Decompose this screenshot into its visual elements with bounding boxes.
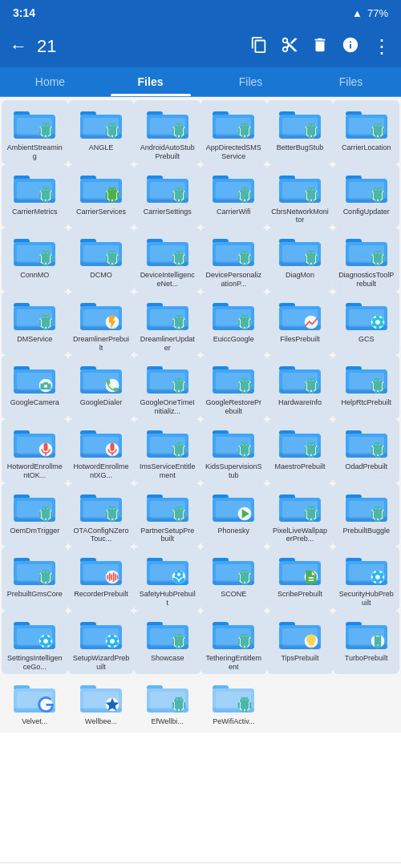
file-item[interactable]: Wellbee... xyxy=(68,674,135,729)
file-item[interactable]: OemDmTrigger xyxy=(2,483,68,547)
file-item[interactable]: OdadPrebuilt xyxy=(333,419,399,483)
file-name: ConnMO xyxy=(20,271,49,280)
file-item[interactable]: CbrsNetworkMonitor xyxy=(267,164,334,228)
tab-bar: Home Files Files Files xyxy=(0,67,401,97)
file-item[interactable]: SettingsIntelligenceGo... xyxy=(2,611,68,675)
battery-icon: 77% xyxy=(367,7,388,19)
file-item[interactable]: MaestroPrebuilt xyxy=(267,419,334,483)
file-item[interactable]: AppDirectedSMSService xyxy=(200,100,267,164)
folder-icon xyxy=(12,488,57,525)
file-name: TetheringEntitlement xyxy=(205,654,262,672)
folder-icon xyxy=(12,232,57,269)
file-item[interactable]: GoogleRestorePrebuilt xyxy=(200,355,267,419)
file-item[interactable]: AmbientStreaming xyxy=(2,100,68,164)
folder-icon xyxy=(145,360,190,397)
tab-home[interactable]: Home xyxy=(0,67,100,96)
file-item[interactable]: EuiccGoogle xyxy=(200,292,267,356)
file-item[interactable]: AndroidAutoStubPrebuilt xyxy=(134,100,200,164)
folder-icon xyxy=(145,616,190,652)
back-button[interactable]: ← xyxy=(10,36,27,57)
copy-button[interactable] xyxy=(250,36,268,58)
file-item[interactable]: SecurityHubPrebuilt xyxy=(333,547,399,611)
file-item[interactable]: DreamlinerPrebuilt xyxy=(68,292,135,356)
info-button[interactable] xyxy=(342,36,359,58)
cut-button[interactable] xyxy=(281,36,298,58)
folder-icon xyxy=(211,679,256,716)
svg-rect-223 xyxy=(111,575,112,580)
file-item[interactable]: DiagnosticsToolPrebuilt xyxy=(333,228,399,292)
svg-point-278 xyxy=(377,644,379,646)
file-item[interactable]: DCMO xyxy=(68,228,135,292)
file-item[interactable]: HotwordEnrollmentOK... xyxy=(2,419,68,483)
file-name: MaestroPrebuilt xyxy=(274,462,325,471)
file-item[interactable]: ScribePrebuilt xyxy=(267,547,334,611)
folder-icon xyxy=(12,616,57,652)
file-item[interactable]: ImsServiceEntitlement xyxy=(134,419,200,483)
file-item[interactable]: Showcase xyxy=(134,611,200,675)
file-item[interactable]: HotwordEnrollmentXG... xyxy=(68,419,135,483)
file-name: SetupWizardPrebuilt xyxy=(72,654,130,672)
folder-icon xyxy=(12,679,57,716)
file-item[interactable]: BetterBugStub xyxy=(267,100,334,164)
file-item[interactable]: SafetyHubPrebuilt xyxy=(134,547,200,611)
file-item[interactable]: GCS xyxy=(333,292,399,356)
file-item[interactable]: DiagMon xyxy=(267,228,334,292)
tab-files-3[interactable]: Files xyxy=(301,67,401,96)
file-item[interactable]: Velvet... xyxy=(2,674,68,729)
file-item[interactable]: GoogleDialer xyxy=(68,355,135,419)
file-item[interactable]: TurboPrebuilt xyxy=(333,611,399,675)
file-item[interactable]: SetupWizardPrebuilt xyxy=(68,611,135,675)
file-item[interactable]: KidsSupervisionStub xyxy=(200,419,267,483)
file-item[interactable]: HardwareInfo xyxy=(267,355,334,419)
svg-rect-222 xyxy=(109,573,111,581)
file-name: KidsSupervisionStub xyxy=(205,462,262,480)
svg-rect-221 xyxy=(107,575,108,579)
more-button[interactable]: ⋮ xyxy=(372,37,391,56)
file-item[interactable]: CarrierSettings xyxy=(134,164,200,228)
tab-files-2[interactable]: Files xyxy=(200,67,301,96)
file-name: SafetyHubPrebuilt xyxy=(139,590,196,608)
file-item[interactable]: ConnMO xyxy=(2,228,68,292)
folder-icon xyxy=(79,616,124,652)
file-item[interactable]: GoogleCamera xyxy=(2,355,68,419)
action-icons: ⋮ xyxy=(250,36,391,58)
file-item[interactable]: HelpRtcPrebuilt xyxy=(333,355,399,419)
file-item[interactable]: DMService xyxy=(2,292,68,356)
file-area[interactable]: AmbientStreaming ANGLE AndroidAutoStubPr… xyxy=(0,97,401,862)
file-item[interactable]: DevicePersonalizationP... xyxy=(200,228,267,292)
folder-icon xyxy=(12,360,57,397)
file-item[interactable]: PartnerSetupPrebuilt xyxy=(134,483,200,547)
delete-button[interactable] xyxy=(311,36,329,58)
file-item[interactable]: TetheringEntitlement xyxy=(200,611,267,675)
file-name: GoogleRestorePrebuilt xyxy=(205,398,262,416)
file-item[interactable]: PixelLiveWallpaperPreb... xyxy=(267,483,334,547)
file-item[interactable]: CarrierLocation xyxy=(333,100,399,164)
file-item[interactable]: ANGLE xyxy=(68,100,135,164)
file-item[interactable]: CarrierMetrics xyxy=(2,164,68,228)
file-item[interactable]: SCONE xyxy=(200,547,267,611)
file-item[interactable]: PrebuiltBuggle xyxy=(333,483,399,547)
file-item[interactable]: EfWellbi... xyxy=(134,674,200,729)
folder-icon xyxy=(12,169,57,206)
file-item[interactable]: PeWifiActiv... xyxy=(200,674,267,729)
file-item[interactable]: OTAConfigNZeroTouc... xyxy=(68,483,135,547)
file-item[interactable]: TipsPrebuilt xyxy=(267,611,334,675)
file-item[interactable]: Phonesky xyxy=(200,483,267,547)
file-item[interactable]: GoogleOneTimeInitializ... xyxy=(134,355,200,419)
file-name: GoogleOneTimeInitializ... xyxy=(139,398,196,416)
tab-files-1[interactable]: Files xyxy=(100,67,200,96)
folder-icon xyxy=(145,297,190,333)
file-item[interactable]: FilesPrebuilt xyxy=(267,292,334,356)
file-item[interactable]: ConfigUpdater xyxy=(333,164,399,228)
folder-icon xyxy=(79,297,124,333)
file-item[interactable]: CarrierWifi xyxy=(200,164,267,228)
file-item[interactable]: DreamlinerUpdater xyxy=(134,292,200,356)
folder-icon xyxy=(344,105,389,142)
file-item[interactable]: DeviceIntelligenceNet... xyxy=(134,228,200,292)
file-item[interactable]: CarrierServices xyxy=(68,164,135,228)
file-item[interactable]: RecorderPrebuilt xyxy=(68,547,135,611)
file-item[interactable]: PrebuiltGmsCore xyxy=(2,547,68,611)
file-name: DMService xyxy=(17,335,52,344)
folder-icon xyxy=(344,551,389,588)
folder-icon xyxy=(211,232,256,269)
